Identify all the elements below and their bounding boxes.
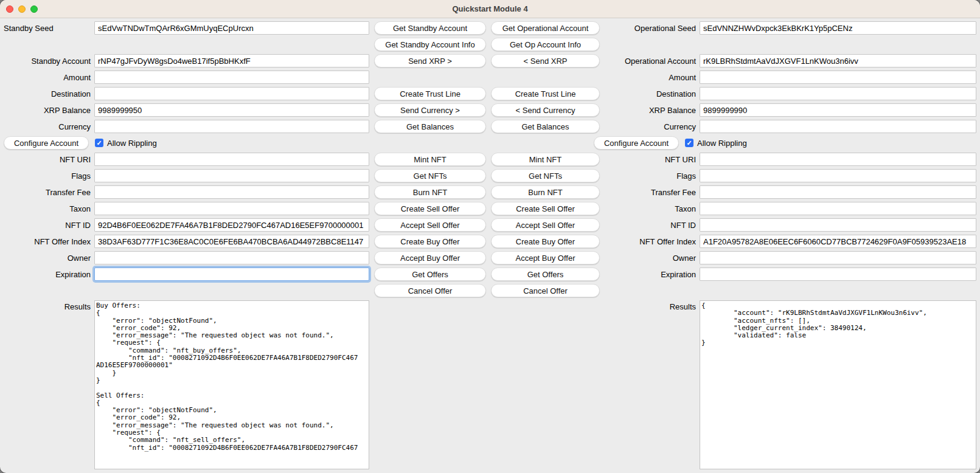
standby-xrp-balance-label: XRP Balance [4,106,91,115]
operational-taxon-label: Taxon [605,204,696,213]
operational-owner-label: Owner [605,254,696,263]
operational-flags-label: Flags [605,171,696,181]
standby-get-balances-button[interactable]: Get Balances [374,120,486,133]
operational-amount-input[interactable] [700,71,976,84]
operational-seed-input[interactable] [700,21,976,35]
operational-currency-input[interactable] [700,120,976,133]
operational-account-input[interactable] [700,54,976,67]
standby-destination-label: Destination [4,89,91,98]
operational-accept-buy-offer-button[interactable]: Accept Buy Offer [491,251,600,264]
standby-nft-id-label: NFT ID [4,221,91,230]
title-bar[interactable]: Quickstart Module 4 [0,0,980,18]
operational-get-offers-button[interactable]: Get Offers [491,268,600,281]
standby-taxon-label: Taxon [4,204,91,213]
standby-get-nfts-button[interactable]: Get NFTs [374,169,486,182]
operational-account-label: Operational Account [605,57,696,66]
send-xrp-left-button[interactable]: < Send XRP [491,54,600,67]
operational-nft-id-label: NFT ID [605,221,696,230]
operational-get-balances-button[interactable]: Get Balances [491,120,600,133]
standby-amount-label: Amount [4,73,91,82]
operational-accept-sell-offer-button[interactable]: Accept Sell Offer [491,218,600,232]
operational-expiration-label: Expiration [605,270,696,279]
standby-results-output[interactable]: Buy Offers: { "error": "objectNotFound",… [94,300,369,469]
operational-xrp-balance-input[interactable] [700,103,976,117]
standby-xrp-balance-input[interactable] [94,103,369,117]
operational-nft-uri-input[interactable] [700,153,976,166]
operational-nft-id-input[interactable] [700,218,976,232]
get-standby-account-info-button[interactable]: Get Standby Account Info [374,38,486,51]
standby-owner-label: Owner [4,254,91,263]
operational-burn-nft-button[interactable]: Burn NFT [491,185,600,199]
operational-results-output[interactable]: { "account": "rK9LBRhStdmtAaVdJXGVF1LnKW… [700,300,976,469]
app-window: Quickstart Module 4 Standby Seed Get Sta… [0,0,980,473]
standby-allow-rippling-checkbox[interactable]: ✓ [95,139,103,147]
standby-account-input[interactable] [94,54,369,67]
standby-create-trust-line-button[interactable]: Create Trust Line [374,87,486,100]
send-xrp-right-button[interactable]: Send XRP > [374,54,486,67]
standby-allow-rippling-label: Allow Rippling [107,139,157,148]
standby-seed-label: Standby Seed [4,24,91,33]
standby-currency-input[interactable] [94,120,369,133]
standby-nft-uri-label: NFT URI [4,155,91,164]
standby-accept-sell-offer-button[interactable]: Accept Sell Offer [374,218,486,232]
operational-get-nfts-button[interactable]: Get NFTs [491,169,600,182]
standby-cancel-offer-button[interactable]: Cancel Offer [374,284,486,297]
window-title: Quickstart Module 4 [452,4,527,13]
standby-results-label: Results [4,302,91,311]
operational-owner-input[interactable] [700,251,976,264]
operational-nft-offer-index-input[interactable] [700,235,976,248]
operational-mint-nft-button[interactable]: Mint NFT [491,153,600,166]
standby-currency-label: Currency [4,122,91,131]
operational-configure-account-button[interactable]: Configure Account [594,136,679,150]
operational-create-buy-offer-button[interactable]: Create Buy Offer [491,235,600,248]
standby-get-offers-button[interactable]: Get Offers [374,268,486,281]
operational-expiration-input[interactable] [700,268,976,281]
operational-xrp-balance-label: XRP Balance [605,106,696,115]
standby-destination-input[interactable] [94,87,369,100]
standby-flags-input[interactable] [94,169,369,182]
standby-taxon-input[interactable] [94,202,369,215]
operational-nft-offer-index-label: NFT Offer Index [605,237,696,246]
standby-flags-label: Flags [4,171,91,181]
close-button-icon[interactable] [6,5,13,13]
standby-nft-uri-input[interactable] [94,153,369,166]
get-operational-account-button[interactable]: Get Operational Account [491,21,600,35]
standby-configure-account-button[interactable]: Configure Account [4,136,89,150]
get-standby-account-button[interactable]: Get Standby Account [374,21,486,35]
operational-cancel-offer-button[interactable]: Cancel Offer [491,284,600,297]
send-currency-right-button[interactable]: Send Currency > [374,103,486,117]
main-form: Standby Seed Get Standby Account Get Ope… [0,18,980,473]
standby-nft-offer-index-label: NFT Offer Index [4,237,91,246]
standby-transfer-fee-input[interactable] [94,185,369,199]
operational-flags-input[interactable] [700,169,976,182]
standby-nft-id-input[interactable] [94,218,369,232]
operational-currency-label: Currency [605,122,696,131]
standby-amount-input[interactable] [94,71,369,84]
standby-owner-input[interactable] [94,251,369,264]
operational-allow-rippling-checkbox[interactable]: ✓ [685,139,693,147]
get-op-account-info-button[interactable]: Get Op Account Info [491,38,600,51]
send-currency-left-button[interactable]: < Send Currency [491,103,600,117]
window-controls [6,5,38,13]
standby-nft-offer-index-input[interactable] [94,235,369,248]
operational-taxon-input[interactable] [700,202,976,215]
operational-transfer-fee-input[interactable] [700,185,976,199]
zoom-button-icon[interactable] [30,5,38,13]
operational-create-sell-offer-button[interactable]: Create Sell Offer [491,202,600,215]
standby-burn-nft-button[interactable]: Burn NFT [374,185,486,199]
standby-expiration-label: Expiration [4,270,91,279]
standby-accept-buy-offer-button[interactable]: Accept Buy Offer [374,251,486,264]
operational-transfer-fee-label: Transfer Fee [605,188,696,197]
operational-amount-label: Amount [605,73,696,82]
standby-create-sell-offer-button[interactable]: Create Sell Offer [374,202,486,215]
operational-allow-rippling-label: Allow Rippling [697,139,747,148]
operational-nft-uri-label: NFT URI [605,155,696,164]
operational-seed-label: Operational Seed [605,24,696,33]
standby-seed-input[interactable] [94,21,369,35]
standby-mint-nft-button[interactable]: Mint NFT [374,153,486,166]
standby-expiration-input[interactable] [94,268,369,281]
operational-create-trust-line-button[interactable]: Create Trust Line [491,87,600,100]
standby-create-buy-offer-button[interactable]: Create Buy Offer [374,235,486,248]
operational-destination-input[interactable] [700,87,976,100]
minimize-button-icon[interactable] [18,5,26,13]
